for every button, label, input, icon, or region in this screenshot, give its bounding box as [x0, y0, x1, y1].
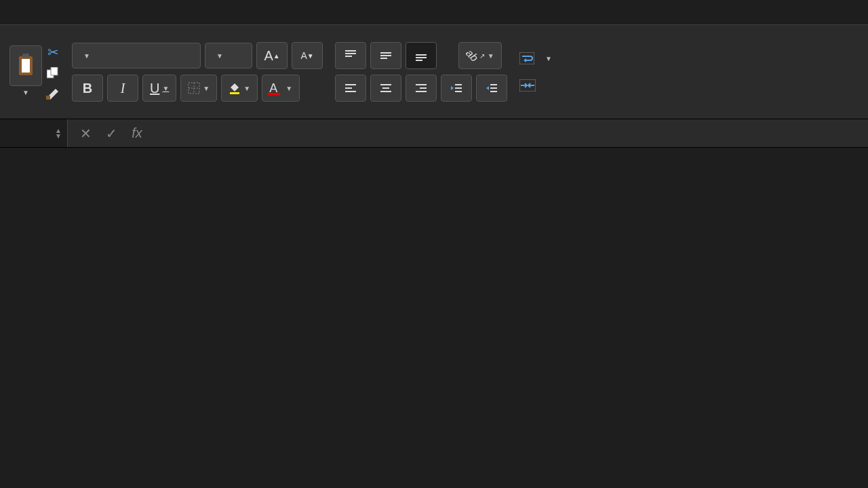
increase-indent-button[interactable]	[476, 75, 507, 102]
borders-button[interactable]: ▼	[180, 75, 217, 102]
ribbon: ▼ ✂ ▼ ▼ A▲ A▼	[0, 24, 868, 119]
svg-rect-4	[51, 67, 58, 75]
wrap-text-button[interactable]: ▼	[519, 52, 552, 64]
format-painter-icon[interactable]	[46, 86, 60, 100]
font-group: ▼ ▼ A▲ A▼ B I U ▼ ▼ ▼ A ▼	[72, 42, 323, 102]
increase-font-button[interactable]: A▲	[256, 42, 288, 69]
svg-rect-5	[46, 96, 50, 100]
formula-input[interactable]	[155, 119, 868, 147]
borders-icon	[188, 82, 200, 94]
font-color-button[interactable]: A ▼	[262, 75, 300, 102]
copy-icon[interactable]	[47, 67, 59, 79]
svg-rect-10	[268, 93, 280, 96]
clipboard-icon	[16, 54, 35, 78]
fill-color-button[interactable]: ▼	[221, 75, 258, 102]
svg-rect-1	[22, 59, 30, 73]
align-right-button[interactable]	[406, 75, 437, 102]
bucket-icon	[229, 82, 241, 94]
confirm-formula-button[interactable]: ✓	[103, 125, 119, 142]
paste-button[interactable]	[9, 45, 42, 86]
decrease-font-button[interactable]: A▼	[292, 42, 323, 69]
clipboard-group: ▼ ✂	[9, 44, 60, 100]
align-left-button[interactable]	[335, 75, 366, 102]
svg-rect-9	[230, 92, 239, 94]
orientation-button[interactable]: ab↗▼	[458, 42, 502, 69]
merge-icon	[519, 79, 536, 92]
align-bottom-button[interactable]	[406, 42, 437, 69]
bold-button[interactable]: B	[72, 75, 103, 102]
alignment-group: ab↗▼	[335, 42, 507, 102]
underline-button[interactable]: U ▼	[142, 75, 176, 102]
name-box-arrows[interactable]: ▲▼	[55, 128, 62, 139]
cancel-formula-button[interactable]: ✕	[77, 125, 94, 142]
wrap-text-icon	[519, 52, 534, 64]
align-center-button[interactable]	[370, 75, 401, 102]
ribbon-tabs	[0, 0, 868, 24]
align-top-button[interactable]	[335, 42, 366, 69]
decrease-indent-button[interactable]	[441, 75, 472, 102]
merge-center-button[interactable]	[519, 79, 552, 92]
font-size-select[interactable]: ▼	[205, 43, 252, 68]
svg-rect-2	[22, 54, 29, 58]
wrap-merge-group: ▼	[519, 52, 552, 92]
name-box[interactable]: ▲▼	[0, 119, 68, 147]
font-name-select[interactable]: ▼	[72, 43, 201, 68]
align-middle-button[interactable]	[370, 42, 401, 69]
formula-bar: ▲▼ ✕ ✓ fx	[0, 119, 868, 148]
italic-button[interactable]: I	[107, 75, 138, 102]
cut-icon[interactable]: ✂	[47, 44, 59, 60]
insert-function-button[interactable]: fx	[129, 125, 145, 142]
